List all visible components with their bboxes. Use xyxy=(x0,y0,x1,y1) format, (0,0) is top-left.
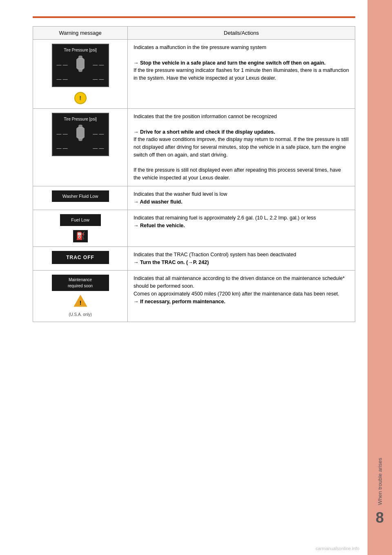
details-cell-maintenance: Indicates that all maintenance according… xyxy=(128,271,355,322)
details-cell-fuel: Indicates that remaining fuel is approxi… xyxy=(128,210,355,247)
table-row: Maintenance required soon ! (U.S.A. only… xyxy=(33,271,355,322)
details-cell-tire2: Indicates that the tire position informa… xyxy=(128,109,355,186)
warning-triangle-icon: ! xyxy=(73,294,88,307)
svg-rect-5 xyxy=(76,128,85,138)
action2-maintenance: → If necessary, perform maintenance. xyxy=(134,299,225,304)
action2-tire2: If the radio wave conditions improve, th… xyxy=(134,137,349,158)
dash-tl: — — xyxy=(57,61,68,69)
action1-fuel: → Refuel the vehicle. xyxy=(134,223,185,228)
details-text-maintenance: Indicates that all maintenance according… xyxy=(134,275,345,289)
details-text-fuel: Indicates that remaining fuel is approxi… xyxy=(134,215,316,221)
svg-rect-2 xyxy=(76,59,85,69)
action1-tire2: → Drive for a short while and check if t… xyxy=(134,129,275,135)
warning-cell-maintenance: Maintenance required soon ! (U.S.A. only… xyxy=(33,271,128,322)
page-wrapper: Warning message Details/Actions Tire Pre… xyxy=(0,0,392,555)
dash-bl2: — — xyxy=(57,145,68,152)
action3-tire2: If the tire pressure is still not displa… xyxy=(134,167,341,181)
tire-pressure-display-1: Tire Pressure [psi] — — xyxy=(52,44,109,87)
fuel-icon: ⛽ xyxy=(73,230,88,242)
details-text-tire2: Indicates that the tire position informa… xyxy=(134,114,277,119)
action2-tire1: If the tire pressure warning indicator f… xyxy=(134,67,349,81)
orange-bar xyxy=(33,16,355,18)
details-cell-trac: Indicates that the TRAC (Traction Contro… xyxy=(128,246,355,271)
main-content: Warning message Details/Actions Tire Pre… xyxy=(0,0,368,555)
maintenance-display: Maintenance required soon xyxy=(52,275,109,291)
washer-fluid-display: Washer Fluid Low xyxy=(52,190,109,202)
car-top-icon xyxy=(74,55,87,75)
fuel-low-display: Fuel Low xyxy=(60,214,101,226)
tire-pressure-title-1: Tire Pressure [psi] xyxy=(57,47,104,53)
table-row: Tire Pressure [psi] — — xyxy=(33,40,355,109)
washer-fluid-label: Washer Fluid Low xyxy=(62,194,98,199)
tire-dashes-top-2: — — — — xyxy=(57,124,104,144)
fuel-low-label: Fuel Low xyxy=(71,217,89,222)
warning-cell-trac: TRAC OFF xyxy=(33,246,128,271)
warning-cell-tire1: Tire Pressure [psi] — — xyxy=(33,40,128,109)
tire-pressure-title-2: Tire Pressure [psi] xyxy=(57,116,104,122)
dash-tr: — — xyxy=(93,61,104,69)
right-sidebar: When trouble arises 8 xyxy=(368,0,392,555)
table-row: Fuel Low ⛽ Indicates that remaining fuel… xyxy=(33,210,355,247)
trac-off-label: TRAC OFF xyxy=(66,255,94,260)
car-top-icon-2 xyxy=(74,124,87,144)
details-cell-tire1: Indicates a malfunction in the tire pres… xyxy=(128,40,355,109)
details-text-washer: Indicates that the washer fluid level is… xyxy=(134,191,227,197)
action1-maintenance: Comes on approximately 4500 miles (7200 … xyxy=(134,291,339,297)
trac-off-display: TRAC OFF xyxy=(52,251,109,264)
col2-header: Details/Actions xyxy=(128,27,355,40)
table-row: Washer Fluid Low Indicates that the wash… xyxy=(33,186,355,210)
dash-br2: — — xyxy=(93,145,104,152)
tire-dashes-bottom-1: — — — — xyxy=(57,76,104,83)
maintenance-label: Maintenance required soon xyxy=(68,278,93,288)
warning-triangle-wrapper: ! xyxy=(73,294,88,310)
dash-tl2: — — xyxy=(57,130,68,138)
svg-text:!: ! xyxy=(79,300,81,306)
watermark: carmanualsonline.info xyxy=(316,546,359,551)
dash-tr2: — — xyxy=(93,130,104,138)
warning-cell-fuel: Fuel Low ⛽ xyxy=(33,210,128,247)
action1-tire1: → Stop the vehicle in a safe place and t… xyxy=(134,60,325,66)
details-text-tire1: Indicates a malfunction in the tire pres… xyxy=(134,45,266,50)
warning-circle-1: ! xyxy=(74,92,87,104)
warning-cell-washer: Washer Fluid Low xyxy=(33,186,128,210)
details-text-trac: Indicates that the TRAC (Traction Contro… xyxy=(134,252,296,257)
sidebar-label: When trouble arises xyxy=(377,458,383,505)
dash-bl: — — xyxy=(57,76,68,83)
action1-washer: → Add washer fluid. xyxy=(134,199,183,205)
warning-table: Warning message Details/Actions Tire Pre… xyxy=(33,26,355,322)
col1-header: Warning message xyxy=(33,27,128,40)
dash-br: — — xyxy=(93,76,104,83)
table-row: TRAC OFF Indicates that the TRAC (Tracti… xyxy=(33,246,355,271)
sidebar-chapter-number: 8 xyxy=(376,509,384,526)
warning-cell-tire2: Tire Pressure [psi] — — xyxy=(33,109,128,186)
tire-pressure-display-2: Tire Pressure [psi] — — xyxy=(52,113,109,156)
usa-only-label: (U.S.A. only) xyxy=(39,311,122,318)
table-row: Tire Pressure [psi] — — xyxy=(33,109,355,186)
tire-dashes-top-1: — — — — xyxy=(57,55,104,75)
tire-dashes-bottom-2: — — — — xyxy=(57,145,104,152)
details-cell-washer: Indicates that the washer fluid level is… xyxy=(128,186,355,210)
action1-trac: → Turn the TRAC on. (→P. 242) xyxy=(134,260,209,265)
